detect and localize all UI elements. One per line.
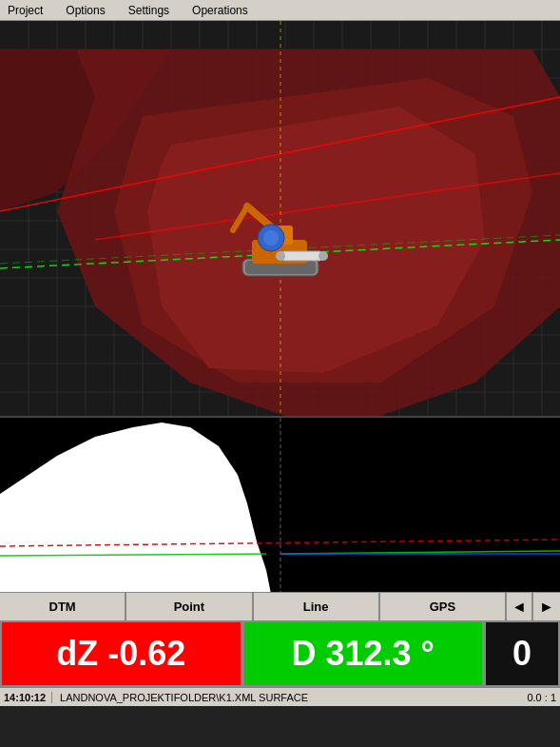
nav-prev-button[interactable]: ◄ [507,593,533,620]
nav-next-button[interactable]: ► [533,593,560,620]
bottom-bar: 14:10:12 LANDNOVA_PROJEKTIFOLDER\K1.XML … [0,687,560,706]
menubar: Project Options Settings Operations [0,0,560,21]
menu-project[interactable]: Project [4,2,47,19]
direction-value-display: D 312.3 ° [242,620,485,687]
status-path: LANDNOVA_PROJEKTIFOLDER\K1.XML SURFACE [60,692,519,703]
tab-dtm[interactable]: DTM [0,593,126,620]
menu-settings[interactable]: Settings [125,2,173,19]
svg-rect-51 [280,251,323,261]
svg-point-53 [319,251,328,261]
scene-svg [0,21,560,416]
menu-operations[interactable]: Operations [188,2,252,19]
status-coords: 0.0 : 1 [527,692,556,703]
status-tabs: DTM Point Line GPS ◄ ► [0,592,560,620]
status-time: 14:10:12 [4,692,52,703]
tab-line[interactable]: Line [254,593,380,620]
tab-point[interactable]: Point [126,593,253,620]
dz-value-display: dZ -0.62 [0,620,242,687]
tab-gps[interactable]: GPS [380,593,507,620]
gps-value-display: 0 [484,620,560,687]
svg-point-50 [263,230,279,246]
data-row: dZ -0.62 D 312.3 ° 0 [0,620,560,687]
menu-options[interactable]: Options [62,2,108,19]
profile-view [0,416,560,592]
view3d[interactable] [0,21,560,416]
profile-svg [0,418,560,592]
svg-point-52 [276,251,285,261]
